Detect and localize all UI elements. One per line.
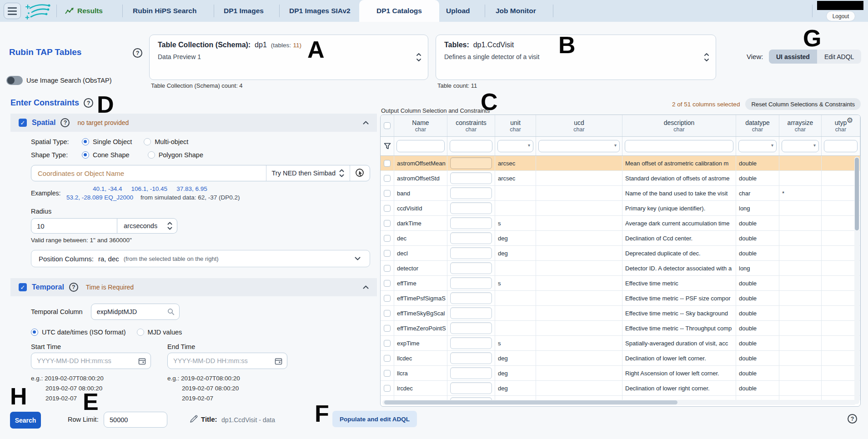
table-row[interactable]: expTimesSpatially-averaged duration of v…: [381, 336, 860, 351]
temporal-help-icon[interactable]: ?: [69, 283, 78, 292]
tab-job-monitor[interactable]: Job Monitor: [496, 0, 536, 22]
calendar-icon[interactable]: [138, 357, 146, 365]
polygon-shape-label[interactable]: Polygon Shape: [159, 151, 203, 159]
row-checkbox[interactable]: [384, 235, 391, 242]
row-checkbox[interactable]: [384, 160, 391, 167]
collapse-temporal-icon[interactable]: [363, 285, 369, 289]
row-checkbox[interactable]: [384, 295, 391, 302]
constraint-input[interactable]: [450, 367, 492, 379]
position-columns-expander[interactable]: Position Columns: ra, dec (from the sele…: [31, 250, 370, 267]
horizontal-scrollbar-thumb[interactable]: [384, 400, 677, 404]
example-coordinate-link[interactable]: 106.1, -10.45: [131, 185, 168, 192]
column-header-constraints[interactable]: constraintschar: [447, 115, 495, 136]
example-coordinate-link[interactable]: 53.2, -28.089 EQ_J2000: [66, 194, 133, 201]
table-row[interactable]: detectorDetector ID. A detector associat…: [381, 261, 860, 276]
constraint-input[interactable]: [450, 352, 492, 364]
row-checkbox[interactable]: [384, 175, 391, 182]
row-checkbox[interactable]: [384, 220, 391, 227]
tab-results[interactable]: Results: [65, 0, 103, 22]
tab-dp1-images-siav2[interactable]: DP1 Images SIAv2: [289, 0, 351, 22]
vertical-scrollbar[interactable]: [854, 157, 859, 404]
table-row[interactable]: decdegDeclination of Ccd center.double: [381, 231, 860, 246]
constraint-input[interactable]: [450, 247, 492, 259]
constraint-input[interactable]: [450, 232, 492, 244]
column-header-Name[interactable]: Namechar: [394, 115, 447, 136]
vertical-scrollbar-thumb[interactable]: [855, 158, 859, 230]
constraint-input[interactable]: [450, 157, 492, 169]
constraint-input[interactable]: [450, 217, 492, 229]
collapse-spatial-icon[interactable]: [363, 121, 369, 125]
constraints-help-icon[interactable]: ?: [84, 98, 93, 108]
cone-shape-label[interactable]: Cone Shape: [93, 151, 130, 159]
tables-select[interactable]: Tables: dp1.CcdVisit Defines a single de…: [436, 35, 716, 80]
table-row[interactable]: llcdecdegDeclination of lower left corne…: [381, 351, 860, 366]
edit-title-pencil-icon[interactable]: [189, 414, 198, 424]
filter-utyp-input[interactable]: [824, 140, 858, 152]
temporal-column-input[interactable]: [97, 308, 167, 315]
tap-tables-help-icon[interactable]: ?: [133, 48, 142, 58]
filter-ucd-input[interactable]: ▾: [538, 140, 620, 152]
page-help-icon[interactable]: ?: [848, 414, 857, 424]
column-header-utyp[interactable]: utypchar: [822, 115, 860, 136]
table-row[interactable]: llcradegRight Ascension of lower left co…: [381, 366, 860, 381]
column-header-description[interactable]: descriptionchar: [622, 115, 736, 136]
multi-object-label[interactable]: Multi-object: [155, 138, 188, 145]
constraint-input[interactable]: [450, 262, 492, 274]
row-limit-input[interactable]: [104, 412, 167, 428]
table-settings-gear-icon[interactable]: ⚙: [847, 117, 853, 124]
polygon-shape-radio[interactable]: [148, 151, 155, 159]
constraint-input[interactable]: [450, 307, 492, 319]
tab-dp1-images[interactable]: DP1 Images: [224, 0, 264, 22]
mjd-format-radio[interactable]: [137, 329, 144, 336]
row-checkbox[interactable]: [384, 190, 391, 197]
table-row[interactable]: darkTimesAverage dark current accumulati…: [381, 216, 860, 231]
spatial-checkbox[interactable]: ✓: [19, 119, 27, 127]
constraint-input[interactable]: [450, 337, 492, 349]
view-ui-assisted-button[interactable]: UI assisted: [769, 50, 817, 64]
table-row[interactable]: astromOffsetStdarcsecStandard deviation …: [381, 171, 860, 186]
constraint-input[interactable]: [450, 322, 492, 334]
filter-datatype-input[interactable]: ▾: [738, 140, 777, 152]
view-edit-adql-button[interactable]: Edit ADQL: [817, 50, 861, 64]
constraint-input[interactable]: [450, 187, 492, 199]
constraint-input[interactable]: [450, 292, 492, 304]
radius-unit-select[interactable]: arcseconds: [117, 218, 177, 234]
row-checkbox[interactable]: [384, 370, 391, 377]
utc-format-radio[interactable]: [31, 329, 38, 336]
row-checkbox[interactable]: [384, 325, 391, 332]
mjd-format-label[interactable]: MJD values: [148, 329, 182, 336]
spatial-help-icon[interactable]: ?: [60, 118, 70, 127]
row-checkbox[interactable]: [384, 340, 391, 347]
populate-adql-button[interactable]: Populate and edit ADQL: [332, 411, 417, 427]
single-object-label[interactable]: Single Object: [93, 138, 132, 145]
temporal-checkbox[interactable]: ✓: [19, 283, 27, 291]
calendar-icon[interactable]: [275, 357, 282, 365]
column-header-ucd[interactable]: ucdchar: [536, 115, 622, 136]
single-object-radio[interactable]: [82, 138, 89, 145]
row-checkbox[interactable]: [384, 385, 391, 392]
resolve-target-button[interactable]: [350, 165, 370, 181]
table-row[interactable]: decldegDeprecated duplicate of dec.doubl…: [381, 246, 860, 261]
table-row[interactable]: effTimesEffective time metricdouble: [381, 276, 860, 291]
table-row[interactable]: ccdVisitIdPrimary key (unique identifier…: [381, 201, 860, 216]
table-row[interactable]: astromOffsetMeanarcsecMean offset of ast…: [381, 156, 860, 171]
schema-select[interactable]: Table Collection (Schema): dp1 (tables: …: [149, 35, 428, 80]
tab-rubin-hips-search[interactable]: Rubin HiPS Search: [133, 0, 196, 22]
start-time-input[interactable]: [37, 357, 138, 364]
magnifier-icon[interactable]: [167, 308, 175, 315]
filter-Name-input[interactable]: [396, 140, 445, 152]
filter-constraints-input[interactable]: [450, 140, 492, 152]
filter-unit-input[interactable]: ▾: [497, 140, 533, 152]
table-row[interactable]: lrcdecdegDeclination of lower right corn…: [381, 381, 860, 396]
logout-button[interactable]: Logout: [827, 11, 855, 21]
coordinates-input[interactable]: [31, 170, 266, 177]
table-row[interactable]: effTimeZeroPointSEffective time metric -…: [381, 321, 860, 336]
select-all-checkbox[interactable]: [384, 122, 391, 129]
row-checkbox[interactable]: [384, 250, 391, 257]
utc-format-label[interactable]: UTC date/times (ISO format): [42, 329, 126, 336]
filter-funnel-icon[interactable]: [384, 143, 391, 150]
column-header-unit[interactable]: unitchar: [495, 115, 536, 136]
row-checkbox[interactable]: [384, 205, 391, 212]
row-checkbox[interactable]: [384, 310, 391, 317]
resolver-select[interactable]: Try NED then Simbad: [266, 165, 350, 181]
